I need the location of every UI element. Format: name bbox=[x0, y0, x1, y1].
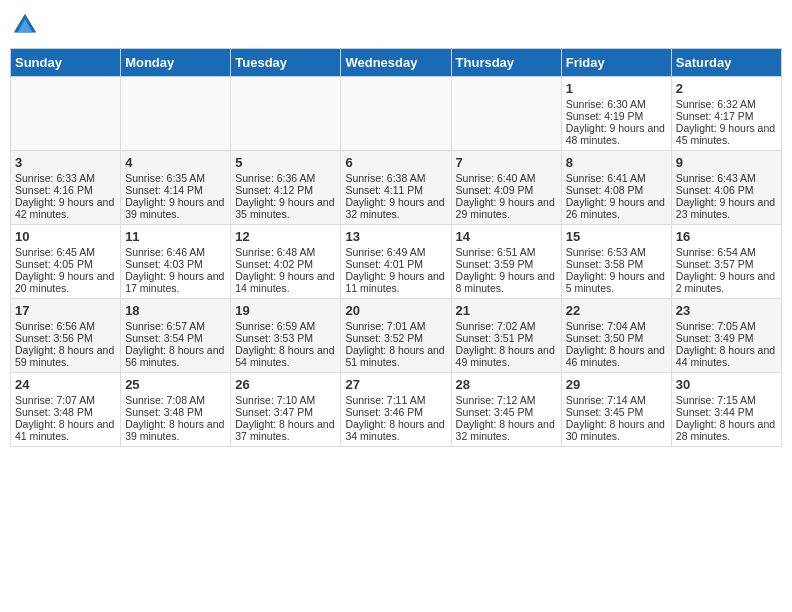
page-header bbox=[10, 10, 782, 40]
calendar-table: SundayMondayTuesdayWednesdayThursdayFrid… bbox=[10, 48, 782, 447]
day-number: 7 bbox=[456, 155, 557, 170]
cell-info: Sunrise: 6:49 AM bbox=[345, 246, 446, 258]
calendar-cell: 20Sunrise: 7:01 AMSunset: 3:52 PMDayligh… bbox=[341, 299, 451, 373]
cell-info: Daylight: 9 hours and 2 minutes. bbox=[676, 270, 777, 294]
logo-icon bbox=[10, 10, 40, 40]
day-number: 6 bbox=[345, 155, 446, 170]
cell-info: Daylight: 8 hours and 41 minutes. bbox=[15, 418, 116, 442]
day-number: 30 bbox=[676, 377, 777, 392]
calendar-week-4: 17Sunrise: 6:56 AMSunset: 3:56 PMDayligh… bbox=[11, 299, 782, 373]
day-number: 8 bbox=[566, 155, 667, 170]
cell-info: Sunset: 4:12 PM bbox=[235, 184, 336, 196]
cell-info: Sunrise: 7:01 AM bbox=[345, 320, 446, 332]
cell-info: Daylight: 8 hours and 51 minutes. bbox=[345, 344, 446, 368]
calendar-cell: 13Sunrise: 6:49 AMSunset: 4:01 PMDayligh… bbox=[341, 225, 451, 299]
cell-info: Daylight: 8 hours and 54 minutes. bbox=[235, 344, 336, 368]
cell-info: Sunset: 3:47 PM bbox=[235, 406, 336, 418]
cell-info: Daylight: 9 hours and 17 minutes. bbox=[125, 270, 226, 294]
calendar-cell: 4Sunrise: 6:35 AMSunset: 4:14 PMDaylight… bbox=[121, 151, 231, 225]
cell-info: Sunrise: 6:32 AM bbox=[676, 98, 777, 110]
cell-info: Daylight: 9 hours and 29 minutes. bbox=[456, 196, 557, 220]
cell-info: Sunset: 4:02 PM bbox=[235, 258, 336, 270]
cell-info: Sunrise: 6:35 AM bbox=[125, 172, 226, 184]
calendar-header-row: SundayMondayTuesdayWednesdayThursdayFrid… bbox=[11, 49, 782, 77]
cell-info: Sunrise: 7:10 AM bbox=[235, 394, 336, 406]
cell-info: Sunset: 3:49 PM bbox=[676, 332, 777, 344]
calendar-cell: 7Sunrise: 6:40 AMSunset: 4:09 PMDaylight… bbox=[451, 151, 561, 225]
header-day-saturday: Saturday bbox=[671, 49, 781, 77]
cell-info: Sunrise: 6:53 AM bbox=[566, 246, 667, 258]
cell-info: Sunrise: 6:54 AM bbox=[676, 246, 777, 258]
header-day-monday: Monday bbox=[121, 49, 231, 77]
header-day-wednesday: Wednesday bbox=[341, 49, 451, 77]
cell-info: Sunset: 3:59 PM bbox=[456, 258, 557, 270]
cell-info: Sunset: 3:54 PM bbox=[125, 332, 226, 344]
calendar-cell: 29Sunrise: 7:14 AMSunset: 3:45 PMDayligh… bbox=[561, 373, 671, 447]
day-number: 26 bbox=[235, 377, 336, 392]
cell-info: Sunset: 4:05 PM bbox=[15, 258, 116, 270]
cell-info: Daylight: 8 hours and 44 minutes. bbox=[676, 344, 777, 368]
cell-info: Daylight: 8 hours and 37 minutes. bbox=[235, 418, 336, 442]
cell-info: Daylight: 9 hours and 20 minutes. bbox=[15, 270, 116, 294]
cell-info: Sunrise: 7:02 AM bbox=[456, 320, 557, 332]
header-day-sunday: Sunday bbox=[11, 49, 121, 77]
cell-info: Sunset: 3:44 PM bbox=[676, 406, 777, 418]
cell-info: Daylight: 9 hours and 23 minutes. bbox=[676, 196, 777, 220]
calendar-cell: 25Sunrise: 7:08 AMSunset: 3:48 PMDayligh… bbox=[121, 373, 231, 447]
day-number: 10 bbox=[15, 229, 116, 244]
cell-info: Sunset: 4:09 PM bbox=[456, 184, 557, 196]
cell-info: Daylight: 8 hours and 28 minutes. bbox=[676, 418, 777, 442]
calendar-cell: 17Sunrise: 6:56 AMSunset: 3:56 PMDayligh… bbox=[11, 299, 121, 373]
calendar-week-3: 10Sunrise: 6:45 AMSunset: 4:05 PMDayligh… bbox=[11, 225, 782, 299]
calendar-cell bbox=[231, 77, 341, 151]
day-number: 22 bbox=[566, 303, 667, 318]
calendar-cell: 14Sunrise: 6:51 AMSunset: 3:59 PMDayligh… bbox=[451, 225, 561, 299]
calendar-cell: 11Sunrise: 6:46 AMSunset: 4:03 PMDayligh… bbox=[121, 225, 231, 299]
cell-info: Sunset: 4:08 PM bbox=[566, 184, 667, 196]
calendar-week-5: 24Sunrise: 7:07 AMSunset: 3:48 PMDayligh… bbox=[11, 373, 782, 447]
cell-info: Daylight: 8 hours and 39 minutes. bbox=[125, 418, 226, 442]
day-number: 28 bbox=[456, 377, 557, 392]
cell-info: Sunrise: 7:04 AM bbox=[566, 320, 667, 332]
calendar-cell bbox=[451, 77, 561, 151]
cell-info: Daylight: 8 hours and 49 minutes. bbox=[456, 344, 557, 368]
calendar-cell bbox=[11, 77, 121, 151]
day-number: 16 bbox=[676, 229, 777, 244]
day-number: 15 bbox=[566, 229, 667, 244]
cell-info: Daylight: 9 hours and 14 minutes. bbox=[235, 270, 336, 294]
calendar-cell: 1Sunrise: 6:30 AMSunset: 4:19 PMDaylight… bbox=[561, 77, 671, 151]
cell-info: Daylight: 9 hours and 42 minutes. bbox=[15, 196, 116, 220]
calendar-cell: 22Sunrise: 7:04 AMSunset: 3:50 PMDayligh… bbox=[561, 299, 671, 373]
cell-info: Sunrise: 7:05 AM bbox=[676, 320, 777, 332]
calendar-cell: 8Sunrise: 6:41 AMSunset: 4:08 PMDaylight… bbox=[561, 151, 671, 225]
header-day-tuesday: Tuesday bbox=[231, 49, 341, 77]
cell-info: Daylight: 9 hours and 5 minutes. bbox=[566, 270, 667, 294]
cell-info: Sunrise: 6:43 AM bbox=[676, 172, 777, 184]
cell-info: Sunset: 3:58 PM bbox=[566, 258, 667, 270]
cell-info: Sunrise: 6:51 AM bbox=[456, 246, 557, 258]
logo bbox=[10, 10, 44, 40]
cell-info: Sunrise: 7:07 AM bbox=[15, 394, 116, 406]
header-day-thursday: Thursday bbox=[451, 49, 561, 77]
cell-info: Sunrise: 7:15 AM bbox=[676, 394, 777, 406]
day-number: 19 bbox=[235, 303, 336, 318]
header-day-friday: Friday bbox=[561, 49, 671, 77]
cell-info: Daylight: 8 hours and 34 minutes. bbox=[345, 418, 446, 442]
day-number: 13 bbox=[345, 229, 446, 244]
calendar-cell: 5Sunrise: 6:36 AMSunset: 4:12 PMDaylight… bbox=[231, 151, 341, 225]
cell-info: Sunset: 4:11 PM bbox=[345, 184, 446, 196]
day-number: 1 bbox=[566, 81, 667, 96]
calendar-cell: 12Sunrise: 6:48 AMSunset: 4:02 PMDayligh… bbox=[231, 225, 341, 299]
day-number: 9 bbox=[676, 155, 777, 170]
day-number: 25 bbox=[125, 377, 226, 392]
calendar-cell: 16Sunrise: 6:54 AMSunset: 3:57 PMDayligh… bbox=[671, 225, 781, 299]
cell-info: Sunset: 4:14 PM bbox=[125, 184, 226, 196]
day-number: 12 bbox=[235, 229, 336, 244]
cell-info: Sunrise: 6:38 AM bbox=[345, 172, 446, 184]
cell-info: Daylight: 9 hours and 35 minutes. bbox=[235, 196, 336, 220]
cell-info: Sunrise: 6:56 AM bbox=[15, 320, 116, 332]
day-number: 2 bbox=[676, 81, 777, 96]
cell-info: Sunrise: 6:48 AM bbox=[235, 246, 336, 258]
cell-info: Sunset: 3:45 PM bbox=[456, 406, 557, 418]
cell-info: Sunrise: 7:14 AM bbox=[566, 394, 667, 406]
